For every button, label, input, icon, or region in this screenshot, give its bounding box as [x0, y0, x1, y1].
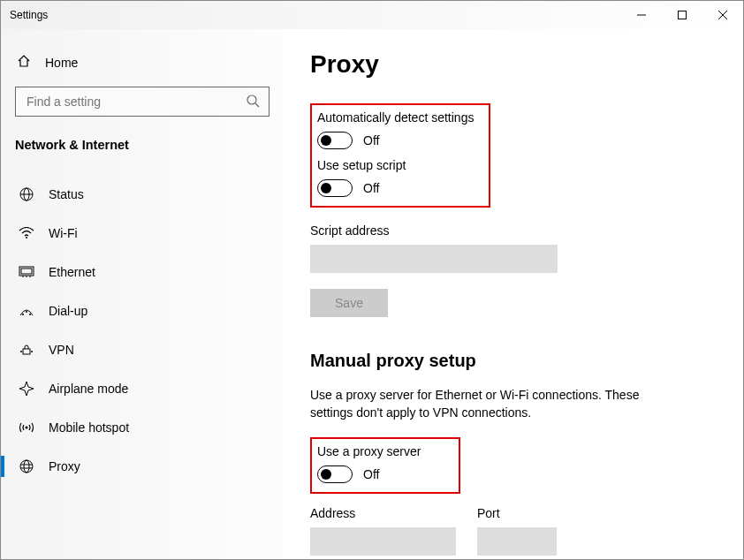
- sidebar-item-airplane[interactable]: Airplane mode: [15, 369, 270, 408]
- manual-description: Use a proxy server for Ethernet or Wi-Fi…: [310, 387, 681, 421]
- svg-rect-18: [23, 349, 30, 354]
- sidebar-item-label: Ethernet: [49, 265, 95, 279]
- use-proxy-label: Use a proxy server: [317, 444, 450, 458]
- address-label: Address: [310, 506, 456, 520]
- svg-point-22: [20, 460, 33, 473]
- svg-point-20: [31, 351, 33, 352]
- titlebar: Settings: [1, 1, 743, 29]
- sidebar-item-status[interactable]: Status: [15, 175, 270, 214]
- window-title: Settings: [1, 9, 48, 21]
- sidebar-item-label: Mobile hotspot: [49, 420, 129, 435]
- home-icon: [17, 54, 33, 71]
- sidebar-item-vpn[interactable]: VPN: [15, 330, 270, 369]
- svg-rect-1: [679, 11, 687, 19]
- script-address-input[interactable]: [310, 245, 558, 273]
- search-input[interactable]: [25, 94, 246, 110]
- highlight-box-manual: Use a proxy server Off: [310, 437, 460, 494]
- setup-script-label: Use setup script: [317, 158, 480, 172]
- setup-script-state: Off: [363, 181, 379, 195]
- minimize-button[interactable]: [621, 1, 662, 29]
- maximize-button[interactable]: [662, 1, 702, 29]
- wifi-icon: [19, 227, 34, 239]
- main-content: Proxy Automatically detect settings Off …: [284, 29, 743, 559]
- svg-point-19: [20, 351, 22, 352]
- status-icon: [19, 186, 34, 202]
- category-header: Network & Internet: [15, 138, 270, 152]
- sidebar-item-label: Dial-up: [49, 304, 87, 318]
- port-input[interactable]: [477, 527, 557, 556]
- search-icon: [246, 94, 260, 110]
- search-box[interactable]: [15, 87, 270, 117]
- port-label: Port: [477, 506, 557, 520]
- svg-point-17: [29, 314, 31, 315]
- svg-point-21: [26, 427, 28, 429]
- hotspot-icon: [19, 421, 34, 434]
- use-proxy-toggle[interactable]: [317, 465, 353, 483]
- ethernet-icon: [19, 266, 34, 278]
- svg-point-9: [26, 237, 27, 238]
- sidebar-item-hotspot[interactable]: Mobile hotspot: [15, 408, 270, 447]
- sidebar-item-proxy[interactable]: Proxy: [15, 447, 270, 486]
- script-address-label: Script address: [310, 223, 717, 238]
- sidebar-item-label: VPN: [49, 343, 74, 357]
- highlight-box-auto: Automatically detect settings Off Use se…: [310, 103, 490, 208]
- address-input[interactable]: [310, 527, 456, 556]
- use-proxy-state: Off: [363, 467, 379, 481]
- airplane-icon: [19, 381, 34, 397]
- setup-script-toggle[interactable]: [317, 179, 353, 197]
- sidebar-item-label: Wi-Fi: [49, 226, 78, 240]
- page-title: Proxy: [310, 50, 717, 79]
- manual-heading: Manual proxy setup: [310, 351, 717, 371]
- auto-detect-label: Automatically detect settings: [317, 110, 480, 125]
- close-button[interactable]: [702, 1, 743, 29]
- svg-line-5: [255, 103, 259, 107]
- save-button: Save: [310, 289, 388, 317]
- sidebar-item-label: Proxy: [49, 459, 80, 473]
- dialup-icon: [19, 305, 34, 317]
- home-link[interactable]: Home: [15, 49, 270, 87]
- sidebar-item-label: Status: [49, 187, 84, 201]
- sidebar: Home Network & Internet Status Wi-Fi: [1, 29, 284, 559]
- svg-rect-11: [21, 269, 32, 274]
- svg-point-4: [247, 95, 256, 104]
- sidebar-item-wifi[interactable]: Wi-Fi: [15, 214, 270, 253]
- auto-detect-state: Off: [363, 133, 379, 148]
- svg-point-16: [26, 311, 27, 313]
- sidebar-item-label: Airplane mode: [49, 382, 128, 396]
- sidebar-item-dialup[interactable]: Dial-up: [15, 291, 270, 330]
- vpn-icon: [19, 344, 34, 356]
- proxy-icon: [19, 458, 34, 474]
- home-label: Home: [45, 56, 78, 70]
- auto-detect-toggle[interactable]: [317, 132, 353, 149]
- sidebar-item-ethernet[interactable]: Ethernet: [15, 253, 270, 291]
- svg-point-15: [22, 314, 24, 315]
- svg-point-23: [24, 460, 29, 473]
